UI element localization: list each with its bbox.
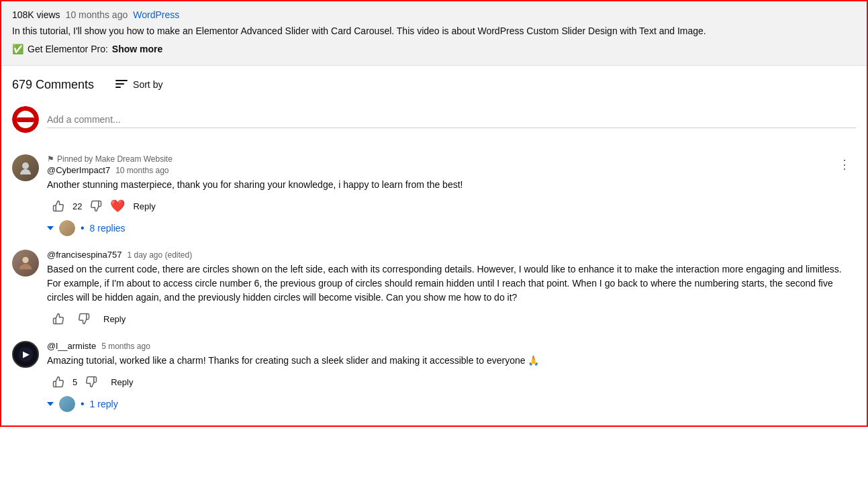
thumbs-up-icon (52, 376, 64, 388)
comment-text: Amazing tutorial, worked like a charm! T… (47, 354, 856, 368)
heart-emoji: ❤️ (110, 199, 125, 213)
svg-point-0 (22, 162, 29, 169)
chevron-down-icon (47, 402, 54, 406)
like-count: 22 (73, 201, 82, 211)
thumbs-up-icon (52, 200, 64, 212)
dislike-button[interactable] (85, 197, 107, 215)
pinned-label: ⚑ Pinned by Make Dream Website (47, 154, 856, 164)
video-meta: 108K views 10 months ago WordPress (12, 9, 856, 20)
comment-body: @francisespina757 1 day ago (edited) Bas… (47, 250, 856, 328)
comment-text: Based on the current code, there are cir… (47, 262, 856, 305)
commenter-name[interactable]: @CyberImpact7 (47, 165, 110, 175)
add-comment-input[interactable] (47, 111, 856, 128)
comment-text: Another stunning masterpiece, thank you … (47, 178, 856, 192)
commenter-avatar (12, 250, 39, 277)
sort-by-button[interactable]: Sort by (110, 77, 168, 93)
commenter-name[interactable]: @francisespina757 (47, 250, 122, 260)
like-button[interactable] (47, 310, 70, 328)
chevron-down-icon (47, 226, 54, 230)
sort-icon (115, 80, 128, 89)
comment-item: ⚑ Pinned by Make Dream Website @CyberImp… (12, 154, 856, 236)
comment-meta: @l__armiste 5 months ago (47, 341, 856, 351)
replies-expand-row[interactable]: • 8 replies (47, 220, 856, 236)
pinned-by-text: Pinned by Make Dream Website (57, 154, 173, 164)
pin-icon: ⚑ (47, 154, 54, 164)
reply-button[interactable]: Reply (105, 374, 138, 390)
view-count: 108K views (12, 9, 60, 20)
video-description: In this tutorial, I'll show you how to m… (12, 24, 856, 38)
comments-header: 679 Comments Sort by (12, 77, 856, 93)
sort-by-label: Sort by (133, 79, 162, 90)
more-options-button[interactable]: ⋮ (833, 154, 856, 174)
comment-actions: 22 ❤️ Reply (47, 197, 856, 215)
replies-count: 8 replies (90, 223, 126, 234)
comment-time: 5 months ago (101, 342, 150, 351)
commenter-avatar: ▶ (12, 341, 39, 368)
svg-text:▶: ▶ (23, 350, 30, 359)
comment-actions: 5 Reply (47, 373, 856, 391)
thumbs-down-icon (85, 376, 97, 388)
thumbs-down-icon (78, 313, 90, 325)
comment-body: ⚑ Pinned by Make Dream Website @CyberImp… (47, 154, 856, 236)
comment-meta: @francisespina757 1 day ago (edited) (47, 250, 856, 260)
comment-meta: @CyberImpact7 10 months ago (47, 165, 856, 175)
current-user-avatar (12, 106, 39, 133)
comment-body: @l__armiste 5 months ago Amazing tutoria… (47, 341, 856, 412)
dislike-button[interactable] (73, 310, 95, 328)
show-more-row: ✅ Get Elementor Pro: Show more (12, 44, 856, 54)
replies-dot: • (81, 222, 85, 234)
like-button[interactable] (47, 373, 70, 391)
reply-avatar (59, 220, 75, 236)
comment-item: ▶ @l__armiste 5 months ago Amazing tutor… (12, 341, 856, 412)
video-info-section: 108K views 10 months ago WordPress In th… (1, 1, 867, 66)
video-tag: WordPress (133, 9, 179, 20)
like-count: 5 (73, 377, 77, 387)
upload-date: 10 months ago (66, 9, 128, 20)
checkbox-emoji: ✅ (12, 44, 23, 54)
replies-count: 1 reply (90, 399, 118, 409)
comment-time: 10 months ago (115, 166, 168, 175)
thumbs-up-icon (52, 313, 64, 325)
comments-section: 679 Comments Sort by ⚑ Pinn (1, 66, 867, 412)
commenter-name[interactable]: @l__armiste (47, 341, 96, 351)
dislike-button[interactable] (80, 373, 103, 391)
reply-button[interactable]: Reply (98, 311, 131, 327)
reply-button[interactable]: Reply (128, 199, 160, 214)
commenter-avatar (12, 154, 39, 181)
show-more-button[interactable]: Show more (112, 44, 162, 54)
comment-item: @francisespina757 1 day ago (edited) Bas… (12, 250, 856, 328)
like-button[interactable] (47, 197, 70, 215)
get-elementor-label: Get Elementor Pro: (28, 44, 108, 54)
thumbs-down-icon (90, 200, 102, 212)
svg-point-1 (22, 257, 28, 263)
add-comment-row (12, 106, 856, 136)
replies-dot: • (81, 398, 85, 410)
comment-actions: Reply (47, 310, 856, 328)
comments-count: 679 Comments (12, 78, 94, 92)
reply-avatar (59, 396, 75, 412)
replies-expand-row[interactable]: • 1 reply (47, 396, 856, 412)
comment-time: 1 day ago (edited) (127, 250, 192, 260)
